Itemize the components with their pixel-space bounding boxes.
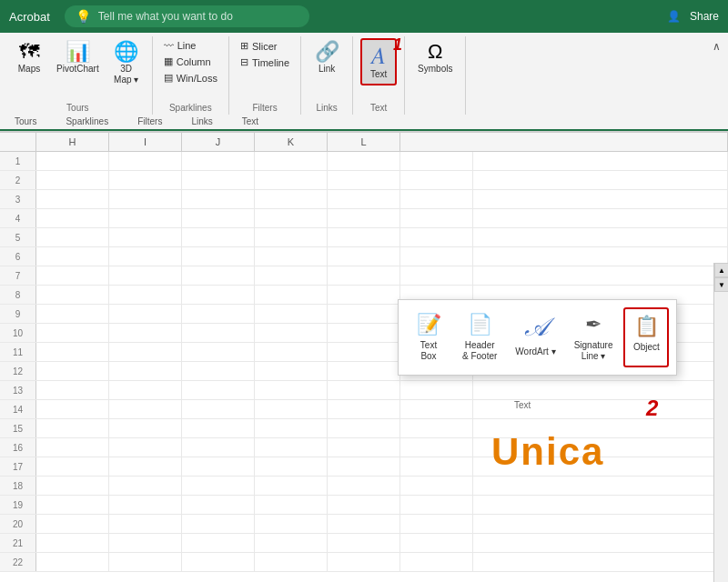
- grid-cell[interactable]: [255, 324, 328, 342]
- grid-cell[interactable]: [400, 209, 473, 227]
- grid-cell[interactable]: [182, 305, 255, 323]
- grid-cell[interactable]: [109, 419, 182, 437]
- grid-cell[interactable]: [182, 266, 255, 285]
- table-row[interactable]: 16: [0, 438, 728, 457]
- grid-cell[interactable]: [328, 286, 400, 304]
- grid-cell[interactable]: [328, 228, 400, 246]
- grid-cell[interactable]: [255, 209, 328, 227]
- grid-cell[interactable]: [328, 171, 400, 189]
- line-button[interactable]: 〰 Line: [160, 38, 221, 53]
- search-box[interactable]: 💡: [65, 5, 309, 27]
- grid-cell[interactable]: [182, 400, 255, 418]
- grid-cell[interactable]: [182, 324, 255, 342]
- vertical-scrollbar[interactable]: ▲ ▼: [713, 263, 728, 582]
- text-button[interactable]: 𝐴 Text: [360, 38, 397, 85]
- grid-cell[interactable]: [400, 496, 473, 514]
- grid-cell[interactable]: [400, 438, 473, 457]
- grid-cell[interactable]: [36, 419, 109, 437]
- grid-cell[interactable]: [255, 152, 328, 170]
- grid-cell[interactable]: [109, 209, 182, 227]
- grid-cell[interactable]: [255, 305, 328, 323]
- grid-cell[interactable]: [328, 457, 400, 476]
- grid-cell[interactable]: [400, 534, 473, 552]
- grid-cell[interactable]: [400, 381, 473, 399]
- grid-cell[interactable]: [36, 286, 109, 304]
- pivotchart-button[interactable]: 📊 PivotChart: [51, 38, 105, 78]
- grid-cell[interactable]: [182, 438, 255, 457]
- grid-cell[interactable]: [36, 515, 109, 533]
- grid-cell[interactable]: [255, 343, 328, 361]
- grid-cell[interactable]: [328, 534, 400, 552]
- grid-cell[interactable]: [182, 286, 255, 304]
- grid-cell[interactable]: [400, 477, 473, 495]
- grid-cell[interactable]: [255, 228, 328, 246]
- grid-cell[interactable]: [328, 343, 400, 361]
- grid-cell[interactable]: [36, 362, 109, 380]
- grid-cell[interactable]: [109, 362, 182, 380]
- grid-cell[interactable]: [400, 457, 473, 476]
- grid-cell[interactable]: [36, 438, 109, 457]
- table-row[interactable]: 18: [0, 477, 728, 496]
- scroll-down-button[interactable]: ▼: [714, 277, 728, 292]
- grid-cell[interactable]: [36, 324, 109, 342]
- grid-cell[interactable]: [109, 190, 182, 208]
- share-label[interactable]: Share: [690, 10, 719, 23]
- grid-cell[interactable]: [109, 266, 182, 285]
- grid-cell[interactable]: [328, 477, 400, 495]
- grid-cell[interactable]: [36, 477, 109, 495]
- grid-cell[interactable]: [109, 247, 182, 266]
- grid-cell[interactable]: [255, 286, 328, 304]
- grid-cell[interactable]: [109, 343, 182, 361]
- grid-cell[interactable]: [255, 534, 328, 552]
- table-row[interactable]: 1: [0, 152, 728, 171]
- grid-cell[interactable]: [109, 477, 182, 495]
- grid-cell[interactable]: [328, 438, 400, 457]
- grid-cell[interactable]: [255, 381, 328, 399]
- grid-cell[interactable]: [328, 400, 400, 418]
- grid-cell[interactable]: [255, 553, 328, 571]
- grid-cell[interactable]: [182, 247, 255, 266]
- table-row[interactable]: 19: [0, 496, 728, 515]
- grid-cell[interactable]: [182, 534, 255, 552]
- grid-cell[interactable]: [36, 190, 109, 208]
- winloss-button[interactable]: ▤ Win/Loss: [160, 70, 221, 85]
- grid-cell[interactable]: [182, 381, 255, 399]
- grid-cell[interactable]: [36, 343, 109, 361]
- grid-cell[interactable]: [36, 381, 109, 399]
- grid-cell[interactable]: [109, 400, 182, 418]
- grid-cell[interactable]: [182, 228, 255, 246]
- scroll-up-button[interactable]: ▲: [714, 263, 728, 277]
- grid-cell[interactable]: [255, 171, 328, 189]
- grid-cell[interactable]: [255, 438, 328, 457]
- grid-cell[interactable]: [328, 152, 400, 170]
- grid-cell[interactable]: [36, 400, 109, 418]
- grid-cell[interactable]: [36, 152, 109, 170]
- grid-cell[interactable]: [109, 152, 182, 170]
- grid-cell[interactable]: [182, 457, 255, 476]
- grid-cell[interactable]: [36, 247, 109, 266]
- grid-cell[interactable]: [36, 553, 109, 571]
- tab-tours[interactable]: Tours: [0, 115, 51, 129]
- grid-cell[interactable]: [109, 228, 182, 246]
- grid-cell[interactable]: [109, 305, 182, 323]
- grid-cell[interactable]: [182, 553, 255, 571]
- grid-cell[interactable]: [182, 152, 255, 170]
- grid-cell[interactable]: [328, 515, 400, 533]
- dropdown-headerfooter[interactable]: 📄 Header& Footer: [455, 307, 504, 367]
- grid-cell[interactable]: [400, 419, 473, 437]
- 3dmap-button[interactable]: 🌐 3DMap ▾: [108, 38, 145, 89]
- grid-cell[interactable]: [255, 362, 328, 380]
- grid-cell[interactable]: [328, 305, 400, 323]
- grid-cell[interactable]: [255, 515, 328, 533]
- maps-button[interactable]: 🗺 Maps: [11, 38, 47, 78]
- table-row[interactable]: 21: [0, 534, 728, 553]
- grid-cell[interactable]: [400, 553, 473, 571]
- grid-cell[interactable]: [182, 496, 255, 514]
- grid-cell[interactable]: [36, 496, 109, 514]
- grid-cell[interactable]: [182, 343, 255, 361]
- grid-cell[interactable]: [328, 496, 400, 514]
- grid-cell[interactable]: [109, 438, 182, 457]
- table-row[interactable]: 2: [0, 171, 728, 190]
- grid-cell[interactable]: [328, 266, 400, 285]
- grid-cell[interactable]: [36, 266, 109, 285]
